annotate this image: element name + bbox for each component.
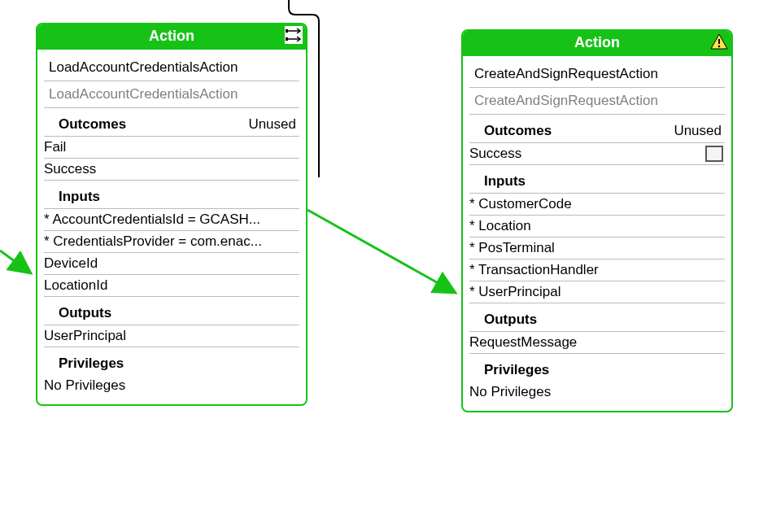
input-label: * PosTerminal <box>469 240 723 256</box>
output-row[interactable]: RequestMessage <box>469 332 725 354</box>
node-header-label: Action <box>149 28 194 44</box>
outcome-row[interactable]: Fail <box>44 137 299 159</box>
node-header[interactable]: Action <box>463 31 731 56</box>
output-label: RequestMessage <box>469 334 723 351</box>
input-row[interactable]: * TransactionHandler <box>469 259 725 281</box>
outcomes-unused-label: Unused <box>248 116 296 133</box>
input-label: DeviceId <box>44 255 298 272</box>
node-title: CreateAndSignRequestAction <box>469 61 725 88</box>
outcome-row[interactable]: Success <box>44 159 299 181</box>
outputs-label: Outputs <box>59 305 111 321</box>
inputs-heading: Inputs <box>44 181 299 209</box>
input-label: * CredentialsProvider = com.enac... <box>44 233 298 250</box>
input-row[interactable]: LocationId <box>44 275 299 297</box>
inputs-label: Inputs <box>59 189 100 205</box>
privileges-heading: Privileges <box>44 347 299 375</box>
output-label: UserPrincipal <box>44 328 298 344</box>
node-subtitle: LoadAccountCredentialsAction <box>44 81 299 108</box>
privileges-text: No Privileges <box>469 382 725 403</box>
action-node-2[interactable]: Action CreateAndSignRequestAction Create… <box>461 29 733 412</box>
input-row[interactable]: * CustomerCode <box>469 194 725 216</box>
privileges-heading: Privileges <box>469 354 725 382</box>
node-header[interactable]: Action <box>37 24 306 50</box>
svg-point-7 <box>718 46 721 48</box>
node-header-label: Action <box>574 34 620 50</box>
outcome-unused-checkbox[interactable] <box>705 146 723 162</box>
outcomes-unused-label: Unused <box>674 123 722 139</box>
outcomes-label: Outcomes <box>59 116 126 133</box>
outputs-heading: Outputs <box>44 297 299 325</box>
input-label: * AccountCredentialsId = GCASH... <box>44 211 298 228</box>
output-row[interactable]: UserPrincipal <box>44 325 299 347</box>
input-label: LocationId <box>44 277 298 294</box>
input-label: * UserPrincipal <box>469 284 723 300</box>
outcomes-heading: Outcomes Unused <box>469 115 725 143</box>
outcomes-heading: Outcomes Unused <box>44 108 299 137</box>
input-row[interactable]: * AccountCredentialsId = GCASH... <box>44 209 299 231</box>
action-node-1[interactable]: Action LoadAccountCredentialsAction Load… <box>36 23 307 406</box>
outputs-heading: Outputs <box>469 303 725 332</box>
input-row[interactable]: * PosTerminal <box>469 238 725 259</box>
node-subtitle: CreateAndSignRequestAction <box>469 88 725 115</box>
outcome-row[interactable]: Success <box>469 143 725 165</box>
node-body: LoadAccountCredentialsAction LoadAccount… <box>37 50 306 404</box>
arrow-n1-to-n2 <box>307 210 456 293</box>
outcome-label: Success <box>44 161 298 177</box>
input-label: * CustomerCode <box>469 196 723 212</box>
input-row[interactable]: DeviceId <box>44 253 299 275</box>
input-label: * Location <box>469 218 723 234</box>
warning-icon <box>710 33 728 50</box>
input-label: * TransactionHandler <box>469 262 723 278</box>
outcomes-label: Outcomes <box>484 123 552 139</box>
input-row[interactable]: * Location <box>469 216 725 238</box>
node-body: CreateAndSignRequestAction CreateAndSign… <box>463 56 731 411</box>
svg-rect-3 <box>286 29 288 33</box>
outputs-label: Outputs <box>484 312 537 328</box>
inputs-heading: Inputs <box>469 165 725 194</box>
node-title: LoadAccountCredentialsAction <box>44 55 299 81</box>
input-row[interactable]: * UserPrincipal <box>469 281 725 303</box>
input-row[interactable]: * CredentialsProvider = com.enac... <box>44 231 299 253</box>
arrow-into-n1 <box>0 251 31 273</box>
inputs-label: Inputs <box>484 173 526 190</box>
privileges-text: No Privileges <box>44 375 299 396</box>
privileges-label: Privileges <box>484 362 549 378</box>
svg-rect-0 <box>285 26 303 44</box>
outcome-label: Success <box>469 146 700 162</box>
svg-rect-4 <box>286 37 288 41</box>
outcome-label: Fail <box>44 139 298 155</box>
privileges-label: Privileges <box>59 355 124 372</box>
ports-icon <box>285 26 303 44</box>
